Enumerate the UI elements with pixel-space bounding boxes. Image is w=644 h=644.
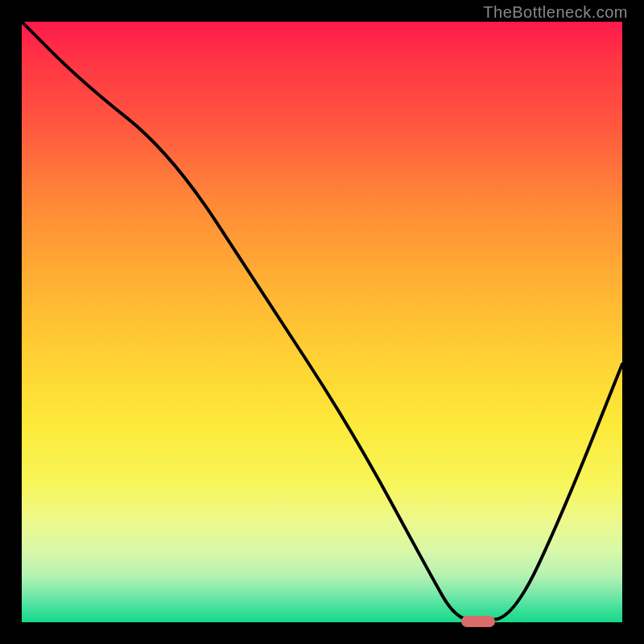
bottleneck-curve	[22, 22, 622, 622]
optimal-marker	[461, 616, 495, 627]
chart-plot-area	[22, 22, 622, 622]
attribution-text: TheBottleneck.com	[483, 3, 628, 22]
curve-path	[22, 22, 622, 621]
